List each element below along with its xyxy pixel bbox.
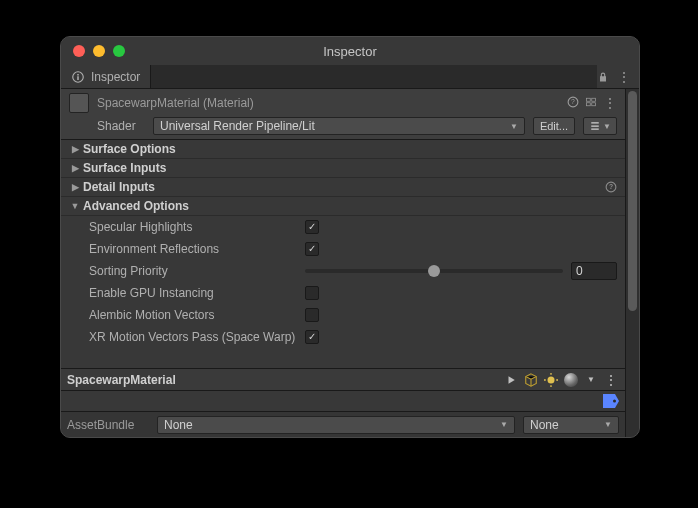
close-window-button[interactable] xyxy=(73,45,85,57)
help-icon[interactable]: ? xyxy=(567,96,579,110)
svg-rect-5 xyxy=(587,98,591,101)
xr-motion-vectors-label: XR Motion Vectors Pass (Space Warp) xyxy=(69,330,305,344)
material-preview-thumbnail[interactable] xyxy=(69,93,89,113)
chevron-right-icon: ▶ xyxy=(69,182,81,192)
titlebar: Inspector xyxy=(61,37,639,65)
sorting-priority-label: Sorting Priority xyxy=(69,264,305,278)
inspector-window: Inspector Inspector ⋮ SpacewarpMaterial … xyxy=(60,36,640,438)
cube-icon[interactable] xyxy=(523,372,539,388)
kebab-menu-icon[interactable]: ⋮ xyxy=(603,96,617,110)
asset-labels-row xyxy=(61,390,625,411)
svg-point-11 xyxy=(548,376,555,383)
list-icon xyxy=(589,121,601,131)
material-title: SpacewarpMaterial (Material) xyxy=(97,96,559,110)
edit-shader-button[interactable]: Edit... xyxy=(533,117,575,135)
help-icon[interactable]: ? xyxy=(605,181,617,193)
preset-icon[interactable] xyxy=(585,96,597,110)
play-icon[interactable] xyxy=(503,372,519,388)
minimize-window-button[interactable] xyxy=(93,45,105,57)
gpu-instancing-checkbox[interactable] xyxy=(305,286,319,300)
svg-rect-7 xyxy=(587,103,591,106)
gpu-instancing-label: Enable GPU Instancing xyxy=(69,286,305,300)
material-header: SpacewarpMaterial (Material) ? ⋮ Shader xyxy=(61,89,625,140)
section-detail-inputs[interactable]: ▶ Detail Inputs ? xyxy=(61,178,625,197)
chevron-right-icon: ▶ xyxy=(69,163,81,173)
chevron-down-icon[interactable]: ▼ xyxy=(583,372,599,388)
asset-bundle-label: AssetBundle xyxy=(67,418,149,432)
sorting-priority-slider[interactable] xyxy=(305,269,563,273)
svg-rect-8 xyxy=(592,103,596,106)
chevron-down-icon: ▼ xyxy=(69,201,81,211)
slider-thumb[interactable] xyxy=(428,265,440,277)
section-advanced-options[interactable]: ▼ Advanced Options xyxy=(61,197,625,216)
asset-bundle-row: AssetBundle None ▼ None ▼ xyxy=(61,411,625,437)
environment-reflections-checkbox[interactable] xyxy=(305,242,319,256)
shader-dropdown[interactable]: Universal Render Pipeline/Lit ▼ xyxy=(153,117,525,135)
lock-icon[interactable] xyxy=(597,71,609,83)
section-label: Surface Inputs xyxy=(83,161,166,175)
xr-motion-vectors-checkbox[interactable] xyxy=(305,330,319,344)
shader-menu-button[interactable]: ▼ xyxy=(583,117,617,135)
svg-rect-6 xyxy=(592,98,596,101)
shader-label: Shader xyxy=(97,119,145,133)
specular-highlights-checkbox[interactable] xyxy=(305,220,319,234)
tab-inspector[interactable]: Inspector xyxy=(61,65,151,88)
svg-rect-2 xyxy=(77,74,79,76)
svg-rect-1 xyxy=(77,76,79,80)
tab-spacer xyxy=(151,65,597,88)
chevron-right-icon: ▶ xyxy=(69,144,81,154)
light-icon[interactable] xyxy=(543,372,559,388)
shader-dropdown-value: Universal Render Pipeline/Lit xyxy=(160,119,315,133)
alembic-motion-vectors-label: Alembic Motion Vectors xyxy=(69,308,305,322)
section-surface-options[interactable]: ▶ Surface Options xyxy=(61,140,625,159)
asset-bundle-main-dropdown[interactable]: None ▼ xyxy=(157,416,515,434)
sphere-icon[interactable] xyxy=(563,372,579,388)
section-label: Advanced Options xyxy=(83,199,189,213)
info-icon xyxy=(71,70,85,84)
zoom-window-button[interactable] xyxy=(113,45,125,57)
environment-reflections-label: Environment Reflections xyxy=(69,242,305,256)
chevron-down-icon: ▼ xyxy=(510,122,518,131)
asset-preview-header[interactable]: SpacewarpMaterial ▼ ⋮ xyxy=(61,368,625,390)
kebab-menu-icon[interactable]: ⋮ xyxy=(617,70,631,84)
asset-name: SpacewarpMaterial xyxy=(67,373,499,387)
specular-highlights-label: Specular Highlights xyxy=(69,220,305,234)
asset-bundle-variant-dropdown[interactable]: None ▼ xyxy=(523,416,619,434)
tag-icon[interactable] xyxy=(603,394,619,408)
tab-bar: Inspector ⋮ xyxy=(61,65,639,89)
section-surface-inputs[interactable]: ▶ Surface Inputs xyxy=(61,159,625,178)
vertical-scrollbar[interactable] xyxy=(625,89,639,437)
svg-text:?: ? xyxy=(571,98,575,105)
alembic-motion-vectors-checkbox[interactable] xyxy=(305,308,319,322)
advanced-options-body: Specular Highlights Environment Reflecti… xyxy=(61,216,625,352)
section-label: Surface Options xyxy=(83,142,176,156)
kebab-menu-icon[interactable]: ⋮ xyxy=(603,372,619,388)
sorting-priority-field[interactable]: 0 xyxy=(571,262,617,280)
chevron-down-icon: ▼ xyxy=(604,420,612,429)
svg-text:?: ? xyxy=(609,183,613,190)
tab-label: Inspector xyxy=(91,70,140,84)
chevron-down-icon: ▼ xyxy=(603,122,611,131)
section-label: Detail Inputs xyxy=(83,180,155,194)
chevron-down-icon: ▼ xyxy=(500,420,508,429)
window-controls xyxy=(61,45,125,57)
window-title: Inspector xyxy=(61,44,639,59)
scrollbar-thumb[interactable] xyxy=(628,91,637,311)
